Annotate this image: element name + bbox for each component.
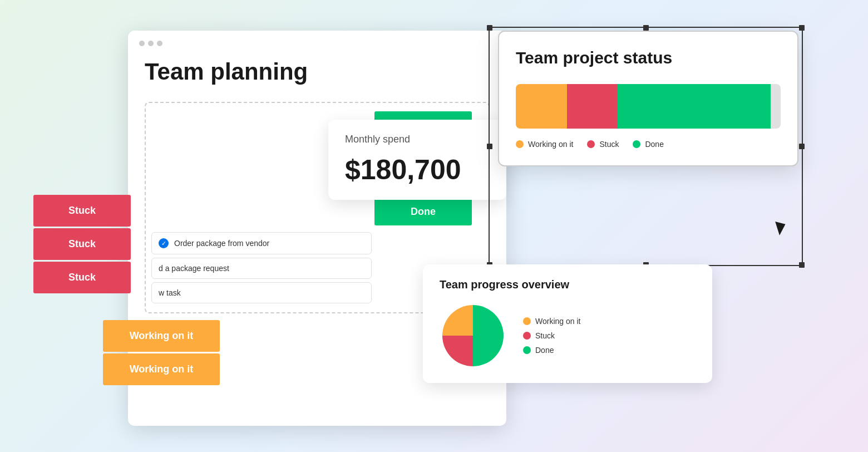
status-legend: Working on it Stuck Done (516, 140, 781, 149)
tasks-inside: Order package from vendor d a package re… (151, 232, 372, 307)
bar-orange (516, 84, 567, 129)
stuck-item-3: Stuck (33, 262, 131, 293)
dot-2 (148, 41, 154, 46)
stuck-item-1: Stuck (33, 195, 131, 227)
working-item-2: Working on it (103, 353, 220, 385)
progress-title: Team progress overview (440, 278, 696, 291)
legend-dot-stuck (587, 140, 595, 148)
page-title: Team planning (145, 58, 490, 85)
team-progress-overview-card: Team progress overview Working on it (423, 264, 712, 383)
task-item-2[interactable]: d a package request (151, 258, 372, 279)
bar-gray (771, 84, 781, 129)
pie-done (473, 305, 504, 336)
progress-dot-stuck (523, 332, 531, 340)
monthly-value: $180,700 (345, 154, 490, 186)
legend-label-done: Done (645, 140, 663, 149)
working-item-1: Working on it (103, 320, 220, 352)
stuck-item-2: Stuck (33, 228, 131, 260)
task-text-3: w task (159, 288, 181, 297)
legend-label-working: Working on it (528, 140, 573, 149)
progress-legend: Working on it Stuck Done (523, 317, 580, 355)
legend-done: Done (633, 140, 663, 149)
team-project-status-card: Team project status Working on it Stuck … (498, 31, 798, 166)
task-text-1: Order package from vendor (174, 239, 269, 248)
task-item-1[interactable]: Order package from vendor (151, 232, 372, 254)
progress-label-done: Done (535, 346, 554, 355)
task-text-2: d a package request (159, 264, 229, 273)
legend-label-stuck: Stuck (599, 140, 619, 149)
progress-legend-stuck: Stuck (523, 331, 580, 340)
task-check-1 (159, 238, 169, 248)
progress-content: Working on it Stuck Done (440, 302, 696, 369)
task-item-3[interactable]: w task (151, 282, 372, 303)
monthly-spend-card: Monthly spend $180,700 (328, 120, 506, 200)
legend-dot-done (633, 140, 640, 148)
progress-dot-done (523, 346, 531, 354)
pie-stuck (442, 336, 473, 366)
dot-3 (157, 41, 162, 46)
progress-label-stuck: Stuck (535, 331, 555, 340)
progress-label-working: Working on it (535, 317, 580, 326)
stuck-column: Stuck Stuck Stuck (33, 195, 131, 295)
progress-dot-working (523, 317, 531, 325)
dot-1 (139, 41, 145, 46)
window-controls (128, 31, 506, 53)
pie-working (442, 305, 473, 336)
legend-dot-working (516, 140, 524, 148)
pie-done-2 (473, 336, 504, 366)
monthly-label: Monthly spend (345, 134, 490, 145)
working-column: Working on it Working on it (103, 320, 220, 387)
status-card-title: Team project status (516, 48, 781, 67)
status-bar-chart (516, 84, 781, 129)
legend-stuck: Stuck (587, 140, 619, 149)
progress-legend-working: Working on it (523, 317, 580, 326)
legend-working: Working on it (516, 140, 573, 149)
page-title-area: Team planning (128, 53, 506, 96)
progress-legend-done: Done (523, 346, 580, 355)
pie-chart (440, 302, 506, 369)
done-item-4: Done (374, 198, 472, 225)
bar-red (567, 84, 618, 129)
bar-green (618, 84, 771, 129)
